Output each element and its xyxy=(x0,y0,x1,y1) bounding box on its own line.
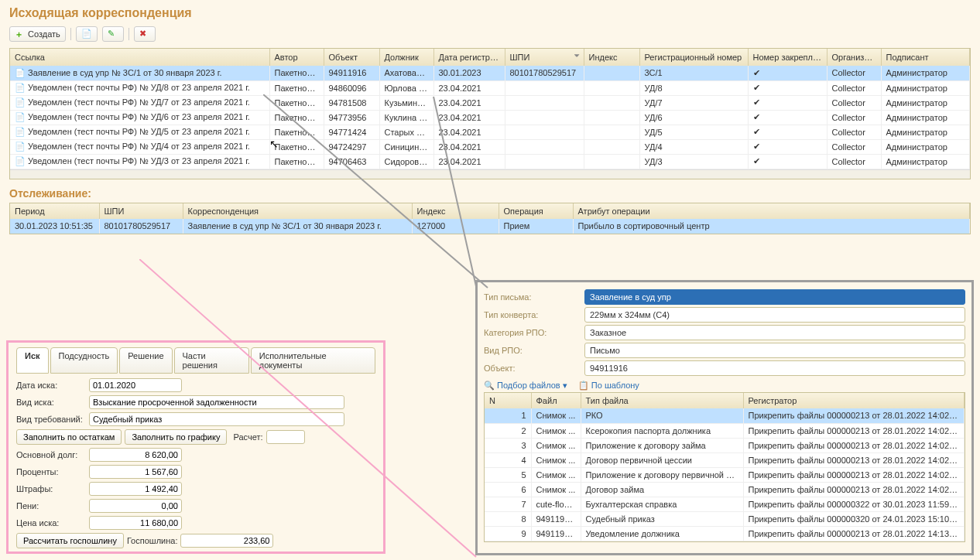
column-header[interactable]: Организац... xyxy=(827,49,881,66)
cell-corr: Заявление в суд упр № 3С/1 от 30 января … xyxy=(183,219,412,234)
cell-reg: УД/4 xyxy=(639,139,748,154)
fines-input[interactable] xyxy=(89,482,182,496)
principal-input[interactable] xyxy=(89,448,182,462)
table-row[interactable]: 99491191...Уведомление должникаПрикрепит… xyxy=(485,526,965,541)
suit-date-input[interactable] xyxy=(89,378,182,392)
cell-shpi: 80101780529517 xyxy=(99,219,183,234)
tab-1[interactable]: Подсудность xyxy=(50,347,118,374)
column-header[interactable]: Регистратор xyxy=(743,393,965,408)
column-header[interactable]: Автор xyxy=(269,49,324,66)
column-header[interactable]: Подписант xyxy=(881,49,970,66)
suit-type-input[interactable] xyxy=(89,395,344,409)
table-row[interactable]: 📄 Уведомлен (тест почты РФ) № УД/8 от 23… xyxy=(10,80,970,95)
table-row[interactable]: 6Снимок ...Договор займаПрикрепить файлы… xyxy=(485,482,965,497)
cell-org: Collector xyxy=(827,95,881,110)
interest-input[interactable] xyxy=(89,465,182,479)
cell-fixed: ✔ xyxy=(748,80,827,95)
create-button[interactable]: ＋ Создать xyxy=(9,26,66,42)
column-header[interactable]: Тип файла xyxy=(581,393,743,408)
penalty-input[interactable] xyxy=(89,499,182,513)
table-row[interactable]: 4Снимок ...Договор первичной цессииПрикр… xyxy=(485,452,965,467)
column-header[interactable]: Объект xyxy=(324,49,379,66)
files-table[interactable]: NФайлТип файлаРегистратор 1Снимок ...РКО… xyxy=(484,392,965,542)
cell-file: Снимок ... xyxy=(531,408,581,423)
tab-3[interactable]: Части решения xyxy=(174,347,249,374)
fee-input[interactable] xyxy=(180,534,273,548)
cell-index xyxy=(584,139,639,154)
column-header[interactable]: Операция xyxy=(499,203,573,219)
copy-button[interactable]: 📄 xyxy=(76,26,98,42)
cell-reg: Прикрепить файлы 000000320 от 24.01.2023… xyxy=(743,511,965,526)
cell-type: Договор первичной цессии xyxy=(581,452,743,467)
table-row[interactable]: 7cute-flow...Бухгалтерская справкаПрикре… xyxy=(485,497,965,511)
envelope-label: Тип конверта: xyxy=(484,310,584,319)
delete-button[interactable]: ✖ xyxy=(134,26,156,42)
cell-link: 📄 Уведомлен (тест почты РФ) № УД/7 от 23… xyxy=(10,95,269,110)
column-header[interactable]: N xyxy=(485,393,531,408)
column-header[interactable]: Дата регистрац... xyxy=(433,49,505,66)
calc-fee-button[interactable]: Рассчитать госпошлину xyxy=(16,533,124,548)
cell-reg: УД/7 xyxy=(639,95,748,110)
column-header[interactable]: Атрибут операции xyxy=(573,203,970,219)
table-row[interactable]: 📄 Уведомлен (тест почты РФ) № УД/4 от 23… xyxy=(10,139,970,154)
cell-type: Приложение к договору займа xyxy=(581,438,743,452)
object-label: Объект: xyxy=(484,364,584,373)
kind-value[interactable]: Письмо xyxy=(584,343,965,358)
by-template-link[interactable]: 📋 По шаблону xyxy=(578,381,639,391)
tab-4[interactable]: Исполнительные документы xyxy=(251,347,375,374)
letter-type-value[interactable]: Заявление в суд упр xyxy=(584,289,965,305)
object-value[interactable]: 94911916 xyxy=(584,360,965,376)
table-row[interactable]: 📄 Уведомлен (тест почты РФ) № УД/3 от 23… xyxy=(10,154,970,169)
table-row[interactable]: 3Снимок ...Приложение к договору займаПр… xyxy=(485,438,965,452)
table-row[interactable]: 1Снимок ...РКОПрикрепить файлы 000000213… xyxy=(485,408,965,423)
cell-reg: Прикрепить файлы 000000213 от 28.01.2022… xyxy=(743,423,965,438)
column-header[interactable]: ШПИ⏷ xyxy=(505,49,584,66)
fill-by-rest-button[interactable]: Заполнить по остаткам xyxy=(16,429,122,445)
cell-n: 3 xyxy=(485,438,531,452)
cell-type: Ксерокопия паспорта должника xyxy=(581,423,743,438)
table-row[interactable]: 2Снимок ...Ксерокопия паспорта должникаП… xyxy=(485,423,965,438)
fill-by-schedule-button[interactable]: Заполнить по графику xyxy=(125,429,227,445)
cell-type: Уведомление должника xyxy=(581,526,743,541)
kind-label: Вид РПО: xyxy=(484,346,584,355)
envelope-value[interactable]: 229мм x 324мм (С4) xyxy=(584,307,965,323)
column-header[interactable]: Корреспонденция xyxy=(183,203,412,219)
column-header[interactable]: Регистрационный номер xyxy=(639,49,748,66)
column-header[interactable]: Должник xyxy=(379,49,433,66)
column-header[interactable]: Ссылка xyxy=(10,49,269,66)
column-header[interactable]: Файл xyxy=(531,393,581,408)
cell-author: Пакетное с... xyxy=(269,154,324,169)
calc-input[interactable] xyxy=(266,430,305,444)
tracking-table[interactable]: ПериодШПИКорреспонденцияИндексОперацияАт… xyxy=(9,203,971,234)
table-row[interactable]: 30.01.2023 10:51:3580101780529517Заявлен… xyxy=(10,219,970,234)
cell-date: 23.04.2021 xyxy=(433,125,505,139)
correspondence-table[interactable]: СсылкаАвторОбъектДолжникДата регистрац..… xyxy=(9,48,971,179)
delete-icon: ✖ xyxy=(139,29,150,39)
pick-files-link[interactable]: 🔍 Подбор файлов ▾ xyxy=(484,381,567,391)
suit-demand-input[interactable] xyxy=(89,412,344,426)
cell-reg: 3С/1 xyxy=(639,66,748,80)
table-row[interactable]: 📄 Уведомлен (тест почты РФ) № УД/7 от 23… xyxy=(10,95,970,110)
tab-2[interactable]: Решение xyxy=(119,347,172,374)
filter-icon[interactable]: ⏷ xyxy=(574,52,581,60)
column-header[interactable]: Индекс xyxy=(412,203,499,219)
cell-object: 94773956 xyxy=(324,110,379,125)
edit-button[interactable]: ✎ xyxy=(102,26,124,42)
cell-date: 23.04.2021 xyxy=(433,154,505,169)
category-value[interactable]: Заказное xyxy=(584,325,965,340)
tab-0[interactable]: Иск xyxy=(16,347,49,374)
table-row[interactable]: 5Снимок ...Приложение к договору первичн… xyxy=(485,467,965,482)
cell-type: Бухгалтерская справка xyxy=(581,497,743,511)
table-row[interactable]: 📄 Уведомлен (тест почты РФ) № УД/5 от 23… xyxy=(10,125,970,139)
price-input[interactable] xyxy=(89,516,182,530)
table-row[interactable]: 📄 Заявление в суд упр № 3С/1 от 30 январ… xyxy=(10,66,970,80)
scrollbar-horizontal[interactable] xyxy=(10,169,970,179)
column-header[interactable]: Период xyxy=(10,203,99,219)
column-header[interactable]: Индекс xyxy=(584,49,639,66)
table-row[interactable]: 📄 Уведомлен (тест почты РФ) № УД/6 от 23… xyxy=(10,110,970,125)
column-header[interactable]: Номер закреплен xyxy=(748,49,827,66)
table-row[interactable]: 89491191...Судебный приказПрикрепить фай… xyxy=(485,511,965,526)
column-header[interactable]: ШПИ xyxy=(99,203,183,219)
cell-reg: Прикрепить файлы 000000213 от 28.01.2022… xyxy=(743,408,965,423)
cell-author: Пакетное с... xyxy=(269,139,324,154)
